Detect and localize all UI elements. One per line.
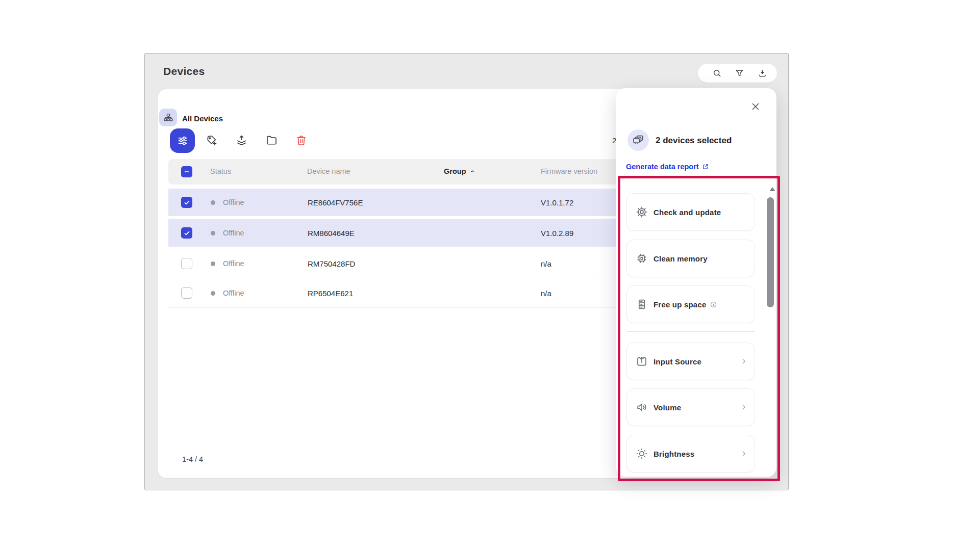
column-header-firmware[interactable]: Firmware version: [541, 167, 597, 175]
delete-button[interactable]: [293, 132, 309, 148]
action-clean-memory[interactable]: Clean memory: [626, 240, 755, 277]
chip-icon: [635, 252, 648, 265]
sort-asc-icon: [469, 168, 476, 175]
device-name-cell: RM8604649E: [308, 229, 355, 238]
filter-icon: [735, 68, 744, 78]
action-input-source[interactable]: Input Source: [626, 343, 755, 380]
status-dot: [211, 261, 215, 266]
device-name-cell: RM750428FD: [308, 259, 355, 268]
sliders-icon: [176, 134, 189, 147]
action-label: Brightness: [654, 450, 694, 458]
move-to-group-button[interactable]: [233, 132, 249, 148]
all-devices-chip[interactable]: [159, 109, 177, 126]
firmware-cell: V1.0.2.89: [541, 229, 573, 238]
search-button[interactable]: [710, 66, 724, 81]
column-header-group-label: Group: [444, 167, 466, 175]
download-icon: [758, 68, 767, 78]
move-up-layers-icon: [235, 134, 248, 147]
row-checkbox[interactable]: [181, 227, 192, 239]
status-dot: [211, 291, 215, 296]
sitemap-icon: [163, 112, 174, 123]
action-label: Clean memory: [654, 254, 708, 263]
status-dot: [211, 200, 215, 205]
folder-button[interactable]: [263, 132, 280, 148]
status-cell: Offline: [223, 229, 244, 237]
action-free-up-space[interactable]: Free up space: [626, 285, 755, 323]
row-checkbox[interactable]: [181, 287, 192, 299]
firmware-cell: n/a: [541, 259, 551, 268]
page-title: Devices: [163, 65, 205, 77]
action-volume[interactable]: Volume: [626, 388, 755, 426]
scroll-up-arrow-icon[interactable]: [769, 186, 776, 192]
search-icon: [712, 68, 722, 78]
volume-icon: [635, 401, 648, 414]
action-label: Input Source: [654, 357, 701, 366]
external-link-icon: [702, 163, 709, 170]
status-cell: Offline: [223, 289, 244, 297]
stacked-displays-icon: [632, 134, 645, 147]
selection-panel: 2 devices selected Generate data report …: [616, 88, 776, 477]
screen: Devices All Devices: [0, 0, 980, 551]
chevron-right-icon: [739, 449, 748, 458]
chevron-right-icon: [739, 403, 748, 412]
close-panel-button[interactable]: [748, 99, 763, 114]
firmware-cell: n/a: [541, 289, 551, 298]
filter-button[interactable]: [732, 66, 747, 81]
info-icon[interactable]: [710, 301, 717, 308]
generate-report-link[interactable]: Generate data report: [626, 163, 709, 171]
device-name-cell: RE8604FV756E: [308, 198, 363, 207]
devices-avatar: [627, 129, 649, 151]
select-all-checkbox[interactable]: [181, 166, 192, 177]
column-header-device-name[interactable]: Device name: [307, 167, 350, 175]
action-label: Free up space: [654, 300, 706, 309]
chevron-right-icon: [739, 357, 748, 366]
generate-report-label: Generate data report: [626, 163, 699, 171]
storage-icon: [635, 298, 648, 311]
status-cell: Offline: [223, 259, 244, 268]
selection-summary: 2 devices selected: [656, 136, 732, 146]
device-name-cell: RP6504E621: [308, 289, 353, 298]
pagination-label: 1-4 / 4: [182, 455, 203, 463]
status-dot: [211, 231, 215, 235]
gear-icon: [635, 205, 648, 219]
row-checkbox[interactable]: [181, 197, 192, 208]
action-check-and-update[interactable]: Check and update: [626, 193, 755, 231]
input-source-icon: [635, 355, 648, 368]
close-icon: [749, 100, 762, 113]
download-button[interactable]: [755, 66, 770, 81]
action-list-divider: [626, 331, 755, 332]
filter-sliders-button[interactable]: [170, 128, 195, 153]
column-header-status[interactable]: Status: [210, 167, 231, 175]
group-filter-label: All Devices: [182, 114, 223, 123]
add-tag-icon: [206, 134, 218, 147]
brightness-icon: [635, 447, 648, 460]
add-tag-button[interactable]: [204, 132, 220, 148]
row-checkbox[interactable]: [181, 258, 192, 269]
scrollbar-thumb[interactable]: [767, 197, 774, 307]
header-tools: [698, 64, 777, 83]
trash-icon: [295, 134, 308, 147]
action-label: Volume: [654, 403, 681, 412]
status-cell: Offline: [223, 198, 244, 206]
folder-icon: [265, 134, 278, 147]
firmware-cell: V1.0.1.72: [541, 198, 573, 207]
action-brightness[interactable]: Brightness: [626, 435, 755, 473]
column-header-group[interactable]: Group: [444, 167, 476, 175]
action-label: Check and update: [654, 208, 721, 217]
